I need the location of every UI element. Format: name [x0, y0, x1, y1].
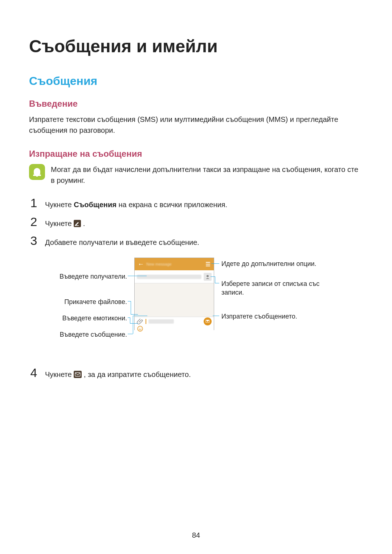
svg-point-3: [138, 326, 143, 331]
message-placeholder: [148, 319, 174, 324]
callout-enter-message: Въведете съобщение.: [33, 330, 127, 339]
page: Съобщения и имейли Съобщения Въведение И…: [0, 0, 392, 554]
callout-more-options: Идете до допълнителни опции.: [221, 259, 330, 268]
compose-icon: [74, 220, 81, 227]
bell-icon: [29, 164, 45, 180]
step-2: 2 Чукнете .: [29, 216, 363, 229]
paperclip-icon: [137, 318, 143, 325]
annotated-screenshot: ← New message: [29, 254, 363, 356]
callout-send-message: Изпратете съобщението.: [221, 312, 330, 321]
callout-select-contacts: Изберете записи от списъка със записи.: [221, 279, 330, 297]
envelope-send-icon: [74, 371, 82, 378]
note-box: Могат да ви бъдат начислени допълнителни…: [29, 164, 363, 186]
step-3-text: Добавете получатели и въведете съобщение…: [45, 237, 199, 248]
page-number: 84: [0, 531, 392, 539]
callout-enter-recipients: Въведете получатели.: [33, 272, 127, 281]
callout-attach-files: Прикачете файлове.: [33, 297, 127, 306]
step-number: 1: [29, 197, 38, 209]
step-3: 3 Добавете получатели и въведете съобщен…: [29, 234, 363, 248]
svg-point-4: [139, 328, 140, 329]
subsection-intro-h3: Въведение: [29, 99, 363, 109]
section-title-h2: Съобщения: [29, 74, 363, 88]
phone-title-placeholder: New message: [146, 262, 203, 266]
step-number: 2: [29, 216, 38, 228]
svg-point-1: [207, 275, 209, 277]
note-text: Могат да ви бъдат начислени допълнителни…: [51, 164, 363, 186]
text-cursor: [146, 319, 146, 324]
step-1-text: Чукнете Съобщения на екрана с всички при…: [45, 199, 227, 210]
page-title-h1: Съобщения и имейли: [29, 36, 363, 56]
recipient-placeholder: [137, 275, 201, 279]
step-number: 3: [29, 234, 38, 247]
intro-paragraph: Изпратете текстови съобщения (SMS) или м…: [29, 114, 363, 136]
svg-point-5: [141, 328, 142, 329]
step-1: 1 Чукнете Съобщения на екрана с всички п…: [29, 197, 363, 210]
back-arrow-icon: ←: [138, 261, 144, 267]
svg-rect-6: [75, 373, 80, 376]
step-4-text: Чукнете , за да изпратите съобщението.: [45, 369, 191, 380]
menu-icon: [205, 261, 211, 267]
subsection-sending-h3: Изпращане на съобщения: [29, 149, 363, 159]
phone-input-area: [135, 317, 214, 333]
phone-mock: ← New message: [134, 258, 214, 330]
step-number: 4: [29, 366, 38, 379]
step-2-text: Чукнете .: [45, 218, 85, 229]
phone-header: ← New message: [135, 258, 214, 270]
send-button-icon: [204, 317, 212, 325]
callout-enter-emoticons: Въведете емотикони.: [33, 314, 127, 323]
emoji-icon: [137, 325, 143, 332]
step-4: 4 Чукнете , за да изпратите съобщението.: [29, 366, 363, 380]
svg-rect-0: [75, 225, 79, 226]
phone-recipient-row: [135, 270, 214, 283]
phone-body-area: [135, 283, 214, 317]
